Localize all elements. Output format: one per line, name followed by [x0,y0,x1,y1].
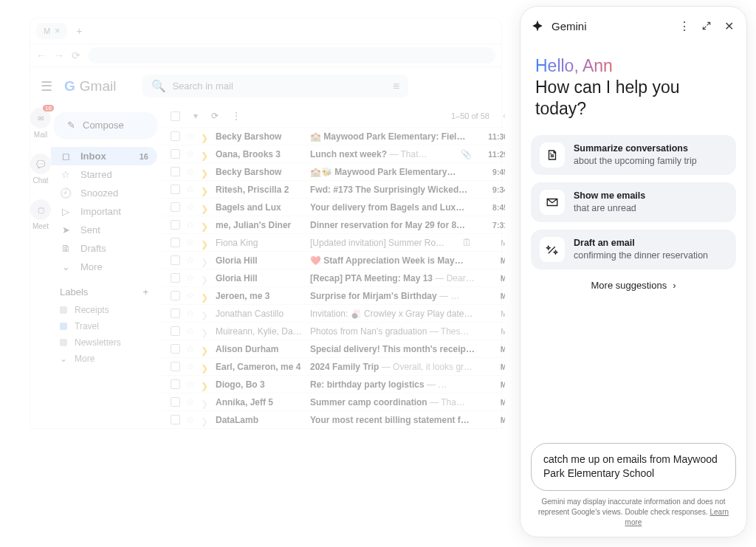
select-all-chevron-icon[interactable]: ▾ [193,111,198,121]
mail-row[interactable]: ☆❯Muireann, Kylie, DavidPhotos from Nan'… [162,322,505,340]
row-checkbox[interactable] [171,238,180,247]
labels-more[interactable]: ⌄More [51,351,157,367]
importance-icon[interactable]: ❯ [201,328,210,335]
star-toggle-icon[interactable]: ☆ [186,290,195,301]
mail-row[interactable]: ☆❯Gloria Hill❤️ Staff Appreciation Week … [162,251,505,269]
mail-row[interactable]: ☆❯Alison DurhamSpecial delivery! This mo… [162,340,505,357]
row-checkbox[interactable] [171,309,180,318]
sidebar-item-inbox[interactable]: ◻Inbox16 [51,147,157,165]
search-bar[interactable]: 🔍 ≡ [142,75,408,97]
mail-row[interactable]: ☆❯Becky Barshow🏫🐝 Maywood Park Elementar… [162,162,505,180]
row-checkbox[interactable] [171,185,180,194]
importance-icon[interactable]: ❯ [201,381,210,388]
suggestion-card[interactable]: Draft an emailconfirming the dinner rese… [531,230,736,269]
mail-row[interactable]: ☆❯Bagels and LuxYour delivery from Bagel… [162,198,505,216]
row-checkbox[interactable] [171,149,180,159]
star-toggle-icon[interactable]: ☆ [186,184,195,195]
importance-icon[interactable]: ❯ [201,363,210,371]
star-toggle-icon[interactable]: ☆ [186,326,195,337]
sidebar-item-important[interactable]: ▷Important [51,202,157,221]
row-checkbox[interactable] [171,273,180,283]
importance-icon[interactable]: ❯ [201,151,210,158]
compose-button[interactable]: ✎ Compose [54,112,157,138]
star-toggle-icon[interactable]: ☆ [186,379,195,390]
rail-mail[interactable]: ✉16 Mail [30,108,51,139]
suggestion-card[interactable]: Summarize conversationsabout the upcomin… [531,135,736,175]
importance-icon[interactable]: ❯ [201,204,210,211]
back-icon[interactable]: ← [36,49,47,61]
search-input[interactable] [172,80,387,92]
importance-icon[interactable]: ❯ [201,257,210,264]
reload-icon[interactable]: ⟳ [72,49,80,61]
more-suggestions-button[interactable]: More suggestions › [531,280,736,291]
label-receipts[interactable]: Receipts [51,302,157,318]
importance-icon[interactable]: ❯ [201,275,210,282]
sidebar-item-drafts[interactable]: 🗎Drafts [51,239,157,258]
importance-icon[interactable]: ❯ [201,416,210,424]
forward-icon[interactable]: → [54,49,64,61]
add-label-icon[interactable]: + [142,286,148,297]
row-checkbox[interactable] [171,362,180,371]
gemini-input[interactable]: catch me up on emails from Maywood Park … [531,443,736,491]
select-all-checkbox[interactable] [171,111,180,121]
star-toggle-icon[interactable]: ☆ [186,308,195,319]
mail-row[interactable]: ☆❯Ritesh, Priscilla 2Fwd: #173 The Surpr… [162,180,505,198]
row-checkbox[interactable] [171,326,180,336]
refresh-icon[interactable]: ⟳ [211,111,219,121]
rail-chat[interactable]: 💬 Chat [30,154,51,185]
mail-row[interactable]: ☆❯Jeroen, me 3Surprise for Mirjam's Birt… [162,286,505,304]
mail-row[interactable]: ☆❯Fiona King[Updated invitation] Summer … [162,233,505,251]
importance-icon[interactable]: ❯ [201,292,210,300]
row-checkbox[interactable] [171,131,180,141]
mail-row[interactable]: ☆❯Annika, Jeff 5Summer camp coordination… [162,393,505,410]
row-checkbox[interactable] [171,167,180,176]
search-options-icon[interactable]: ≡ [393,80,399,93]
row-checkbox[interactable] [171,220,180,230]
sidebar-item-starred[interactable]: ☆Starred [51,165,157,184]
importance-icon[interactable]: ❯ [201,239,210,247]
url-field[interactable] [88,47,495,63]
mail-row[interactable]: ☆❯Diogo, Bo 3Re: birthday party logistic… [162,375,505,393]
star-toggle-icon[interactable]: ☆ [186,202,195,213]
mail-row[interactable]: ☆❯Becky Barshow🏫 Maywood Park Elementary… [162,127,505,145]
row-checkbox[interactable] [171,379,180,389]
label-newsletters[interactable]: Newsletters [51,334,157,351]
browser-tab[interactable]: M × [36,23,67,39]
star-toggle-icon[interactable]: ☆ [186,237,195,248]
importance-icon[interactable]: ❯ [201,221,210,229]
mail-row[interactable]: ☆❯me, Julian's DinerDinner reservation f… [162,216,505,233]
prev-page-icon[interactable]: ‹ [503,111,505,121]
importance-icon[interactable]: ❯ [201,345,210,353]
sidebar-item-snoozed[interactable]: 🕘Snoozed [51,184,157,202]
mail-row[interactable]: ☆❯Jonathan CastilloInvitation: 🎳 Crowley… [162,304,505,322]
star-toggle-icon[interactable]: ☆ [186,396,195,407]
importance-icon[interactable]: ❯ [201,399,210,406]
row-checkbox[interactable] [171,291,180,300]
star-toggle-icon[interactable]: ☆ [186,131,195,142]
suggestion-card[interactable]: Show me emailsthat are unread [531,182,736,222]
row-checkbox[interactable] [171,415,180,424]
star-toggle-icon[interactable]: ☆ [186,255,195,266]
star-toggle-icon[interactable]: ☆ [186,272,195,283]
row-checkbox[interactable] [171,255,180,265]
importance-icon[interactable]: ❯ [201,310,210,317]
star-toggle-icon[interactable]: ☆ [186,361,195,372]
mail-row[interactable]: ☆❯Oana, Brooks 3Lunch next week? — That…… [162,145,505,162]
row-checkbox[interactable] [171,344,180,354]
sidebar-item-more[interactable]: ⌄More [51,258,157,276]
importance-icon[interactable]: ❯ [201,133,210,140]
star-toggle-icon[interactable]: ☆ [186,219,195,230]
star-toggle-icon[interactable]: ☆ [186,166,195,177]
overflow-menu-icon[interactable]: ⋮ [677,18,692,33]
mail-row[interactable]: ☆❯Gloria Hill[Recap] PTA Meeting: May 13… [162,269,505,286]
importance-icon[interactable]: ❯ [201,168,210,176]
close-icon[interactable]: ✕ [721,18,736,33]
importance-icon[interactable]: ❯ [201,186,210,193]
main-menu-icon[interactable]: ☰ [41,78,52,94]
row-checkbox[interactable] [171,397,180,407]
star-toggle-icon[interactable]: ☆ [186,414,195,425]
star-toggle-icon[interactable]: ☆ [186,343,195,354]
close-tab-icon[interactable]: × [55,26,60,36]
new-tab-button[interactable]: + [73,25,85,37]
label-travel[interactable]: Travel [51,318,157,334]
